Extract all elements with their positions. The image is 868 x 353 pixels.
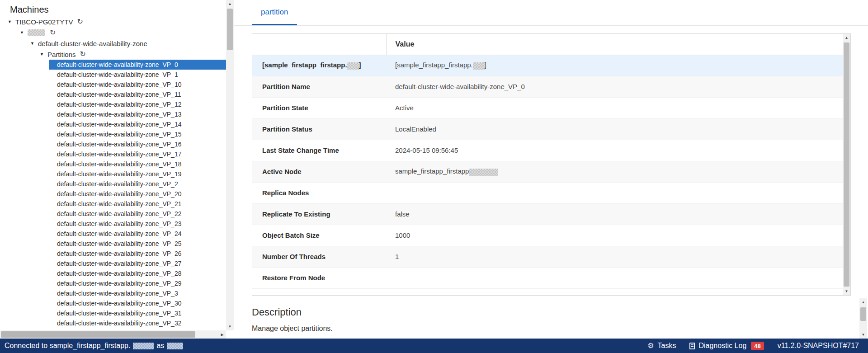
partition-tree-item[interactable]: default-cluster-wide-availability-zone_V… [49,259,226,268]
detail-row[interactable]: Partition StatusLocalEnabled [252,118,843,140]
property-value: Active [386,97,843,118]
partition-tree-item[interactable]: default-cluster-wide-availability-zone_V… [49,109,226,119]
table-header-row: Value [252,34,843,55]
partition-tree-item[interactable]: default-cluster-wide-availability-zone_V… [49,119,226,129]
detail-row[interactable]: Replicate To Existingfalse [252,203,843,225]
partition-tree-item[interactable]: default-cluster-wide-availability-zone_V… [49,189,226,199]
value-column-header: Value [386,34,843,55]
refresh-icon[interactable]: ↻ [80,51,86,58]
scrollbar-thumb[interactable] [1,331,195,338]
detail-row[interactable]: Last State Change Time2024-05-15 09:56:4… [252,140,843,161]
partition-tree-item[interactable]: default-cluster-wide-availability-zone_V… [49,149,226,159]
version-label: v11.2.0-SNAPSHOT#717 [778,342,859,350]
scroll-up-icon[interactable]: ▲ [859,298,867,306]
tree-node-redacted[interactable]: ▼ ↻ [0,27,226,38]
property-value: false [386,203,843,225]
property-name: Partition Name [252,76,386,97]
partition-tree-item[interactable]: default-cluster-wide-availability-zone_V… [49,298,226,308]
detail-row[interactable]: [sample_firstapp_firstapp.][sample_first… [252,55,843,76]
refresh-icon[interactable]: ↻ [50,29,56,36]
partition-tree-item[interactable]: default-cluster-wide-availability-zone_V… [49,249,226,259]
details-table-wrap: Value [sample_firstapp_firstapp.][sample… [252,34,843,295]
property-value: [sample_firstapp_firstapp.] [386,55,843,76]
as-label: as [156,342,164,350]
property-value: 1000 [386,225,843,246]
scroll-up-icon[interactable]: ▲ [843,34,850,42]
scrollbar-track[interactable] [226,8,234,323]
sidebar-vertical-scrollbar[interactable]: ▲ ▼ [226,0,234,330]
tree-node-partitions[interactable]: ▼ Partitions ↻ [0,49,226,60]
scrollbar-thumb[interactable] [844,42,849,287]
scrollbar-track[interactable] [843,42,850,287]
partition-tree-item[interactable]: default-cluster-wide-availability-zone_V… [49,239,226,249]
detail-row[interactable]: Partition StateActive [252,97,843,118]
scroll-up-icon[interactable]: ▲ [226,0,234,8]
property-value: 2024-05-15 09:56:45 [386,140,843,161]
tree-node-machine[interactable]: ▼ TIBCO-PG02TYTV ↻ [0,16,226,27]
partition-tree-item[interactable]: default-cluster-wide-availability-zone_V… [49,89,226,99]
property-value: LocalEnabled [386,118,843,140]
tab-partition[interactable]: partition [252,0,297,25]
tasks-button[interactable]: ⚙ Tasks [647,342,676,350]
property-value: 1 [386,246,843,267]
table-vertical-scrollbar[interactable]: ▲ ▼ [843,34,850,295]
partition-tree-item[interactable]: default-cluster-wide-availability-zone_V… [49,169,226,179]
partition-tree-item[interactable]: default-cluster-wide-availability-zone_V… [49,99,226,109]
machines-sidebar: Machines ▼ TIBCO-PG02TYTV ↻ ▼ ↻ ▼ defaul… [0,0,234,339]
caret-down-icon[interactable]: ▼ [30,42,36,46]
scroll-right-icon[interactable]: ▶ [218,330,226,339]
partition-tree-item[interactable]: default-cluster-wide-availability-zone_V… [49,219,226,229]
caret-down-icon[interactable]: ▼ [8,20,13,24]
partition-tree-item[interactable]: default-cluster-wide-availability-zone_V… [49,139,226,149]
redacted-text [469,169,498,176]
scroll-down-icon[interactable]: ▼ [226,323,234,330]
redacted-text [133,343,154,349]
detail-row[interactable]: Number Of Threads1 [252,246,843,267]
partition-tree-item[interactable]: default-cluster-wide-availability-zone_V… [49,308,226,318]
scroll-down-icon[interactable]: ▼ [843,287,850,295]
machine-name[interactable]: TIBCO-PG02TYTV [15,18,73,26]
detail-row[interactable]: Active Nodesample_firstapp_firstapp [252,161,843,182]
partition-tree-item[interactable]: default-cluster-wide-availability-zone_V… [49,268,226,278]
partition-tree-item[interactable]: default-cluster-wide-availability-zone_V… [49,229,226,239]
partition-tree-item[interactable]: default-cluster-wide-availability-zone_V… [49,199,226,209]
property-name: [sample_firstapp_firstapp.] [252,55,386,76]
partition-tree-item[interactable]: default-cluster-wide-availability-zone_V… [49,209,226,219]
partition-tree-item[interactable]: default-cluster-wide-availability-zone_V… [49,288,226,298]
partition-tree-item[interactable]: default-cluster-wide-availability-zone_V… [49,80,226,89]
property-name: Partition State [252,97,386,118]
status-right: ⚙ Tasks Diagnostic Log 48 v11.2.0-SNAPSH… [647,342,859,350]
tasks-label: Tasks [658,342,676,350]
partition-tree-item[interactable]: default-cluster-wide-availability-zone_V… [49,278,226,288]
page-vertical-scrollbar[interactable]: ▲ ▼ [859,298,867,339]
partition-tree-item[interactable]: default-cluster-wide-availability-zone_V… [49,179,226,189]
scrollbar-thumb[interactable] [860,307,866,321]
detail-row[interactable]: Replica Nodes [252,182,843,203]
sidebar-horizontal-scrollbar[interactable]: ▶ [0,330,226,339]
status-bar: Connected to sample_firstapp_firstapp. a… [0,339,868,353]
detail-row[interactable]: Object Batch Size1000 [252,225,843,246]
caret-down-icon[interactable]: ▼ [20,31,25,35]
detail-row[interactable]: Restore From Node [252,267,843,288]
scrollbar-thumb[interactable] [227,9,233,50]
partition-tree-item[interactable]: default-cluster-wide-availability-zone_V… [49,159,226,169]
tab-label: partition [261,8,288,17]
zone-name[interactable]: default-cluster-wide-availability-zone [38,40,147,47]
partition-tree-item[interactable]: default-cluster-wide-availability-zone_V… [49,129,226,139]
scrollbar-track[interactable] [859,306,867,331]
machines-tree: Machines ▼ TIBCO-PG02TYTV ↻ ▼ ↻ ▼ defaul… [0,0,226,330]
partitions-label[interactable]: Partitions [47,51,76,58]
description-title: Description [252,306,868,318]
tree-node-availability-zone[interactable]: ▼ default-cluster-wide-availability-zone [0,38,226,49]
refresh-icon[interactable]: ↻ [77,18,83,25]
caret-down-icon[interactable]: ▼ [40,52,45,56]
diagnostic-log-button[interactable]: Diagnostic Log 48 [689,342,764,350]
main-panel: partition Value [sample_firstapp_firstap… [234,0,868,339]
partition-tree-item[interactable]: default-cluster-wide-availability-zone_V… [49,60,226,70]
diagnostic-log-icon [689,343,695,349]
partition-tree-item[interactable]: default-cluster-wide-availability-zone_V… [49,70,226,80]
scroll-down-icon[interactable]: ▼ [859,331,867,339]
partition-tree-item[interactable]: default-cluster-wide-availability-zone_V… [49,318,226,328]
detail-row[interactable]: Partition Namedefault-cluster-wide-avail… [252,76,843,97]
scrollbar-track[interactable] [0,330,218,339]
